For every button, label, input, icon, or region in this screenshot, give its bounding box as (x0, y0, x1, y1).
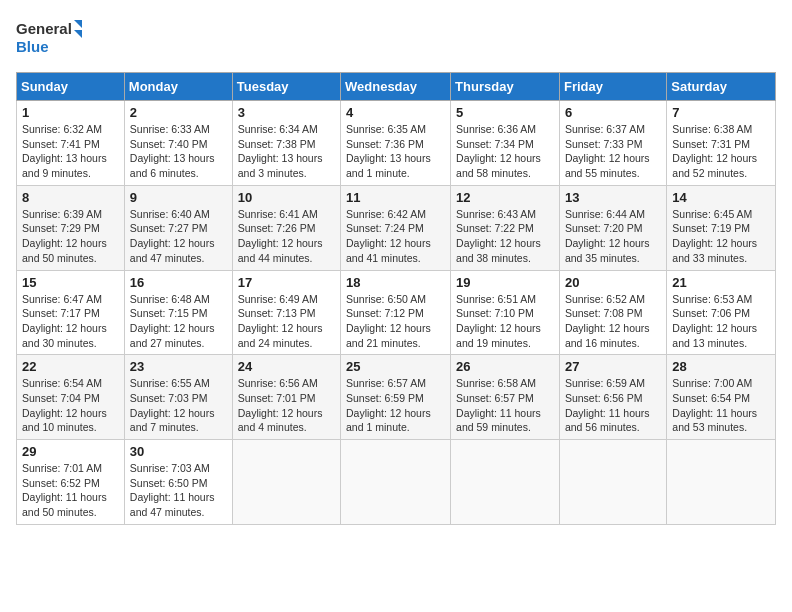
day-number: 23 (130, 359, 227, 374)
header-saturday: Saturday (667, 73, 776, 101)
calendar-table: SundayMondayTuesdayWednesdayThursdayFrid… (16, 72, 776, 525)
day-number: 29 (22, 444, 119, 459)
calendar-cell: 19Sunrise: 6:51 AM Sunset: 7:10 PM Dayli… (451, 270, 560, 355)
calendar-cell: 9Sunrise: 6:40 AM Sunset: 7:27 PM Daylig… (124, 185, 232, 270)
calendar-cell: 16Sunrise: 6:48 AM Sunset: 7:15 PM Dayli… (124, 270, 232, 355)
calendar-cell: 10Sunrise: 6:41 AM Sunset: 7:26 PM Dayli… (232, 185, 340, 270)
calendar-week-1: 1Sunrise: 6:32 AM Sunset: 7:41 PM Daylig… (17, 101, 776, 186)
calendar-week-5: 29Sunrise: 7:01 AM Sunset: 6:52 PM Dayli… (17, 440, 776, 525)
calendar-cell: 15Sunrise: 6:47 AM Sunset: 7:17 PM Dayli… (17, 270, 125, 355)
logo: General Blue (16, 16, 86, 60)
day-number: 26 (456, 359, 554, 374)
calendar-header-row: SundayMondayTuesdayWednesdayThursdayFrid… (17, 73, 776, 101)
calendar-cell: 26Sunrise: 6:58 AM Sunset: 6:57 PM Dayli… (451, 355, 560, 440)
calendar-cell: 14Sunrise: 6:45 AM Sunset: 7:19 PM Dayli… (667, 185, 776, 270)
day-number: 19 (456, 275, 554, 290)
day-detail: Sunrise: 6:33 AM Sunset: 7:40 PM Dayligh… (130, 122, 227, 181)
day-detail: Sunrise: 6:56 AM Sunset: 7:01 PM Dayligh… (238, 376, 335, 435)
day-detail: Sunrise: 6:44 AM Sunset: 7:20 PM Dayligh… (565, 207, 661, 266)
calendar-cell: 23Sunrise: 6:55 AM Sunset: 7:03 PM Dayli… (124, 355, 232, 440)
calendar-cell: 25Sunrise: 6:57 AM Sunset: 6:59 PM Dayli… (341, 355, 451, 440)
day-detail: Sunrise: 6:49 AM Sunset: 7:13 PM Dayligh… (238, 292, 335, 351)
day-number: 24 (238, 359, 335, 374)
day-number: 20 (565, 275, 661, 290)
day-detail: Sunrise: 6:32 AM Sunset: 7:41 PM Dayligh… (22, 122, 119, 181)
day-number: 13 (565, 190, 661, 205)
day-number: 28 (672, 359, 770, 374)
calendar-cell: 12Sunrise: 6:43 AM Sunset: 7:22 PM Dayli… (451, 185, 560, 270)
day-detail: Sunrise: 6:47 AM Sunset: 7:17 PM Dayligh… (22, 292, 119, 351)
header-wednesday: Wednesday (341, 73, 451, 101)
day-detail: Sunrise: 6:59 AM Sunset: 6:56 PM Dayligh… (565, 376, 661, 435)
day-number: 15 (22, 275, 119, 290)
day-number: 2 (130, 105, 227, 120)
calendar-cell: 1Sunrise: 6:32 AM Sunset: 7:41 PM Daylig… (17, 101, 125, 186)
day-detail: Sunrise: 6:52 AM Sunset: 7:08 PM Dayligh… (565, 292, 661, 351)
calendar-cell: 3Sunrise: 6:34 AM Sunset: 7:38 PM Daylig… (232, 101, 340, 186)
day-number: 17 (238, 275, 335, 290)
svg-marker-2 (74, 20, 82, 28)
day-detail: Sunrise: 6:37 AM Sunset: 7:33 PM Dayligh… (565, 122, 661, 181)
day-detail: Sunrise: 6:35 AM Sunset: 7:36 PM Dayligh… (346, 122, 445, 181)
calendar-cell: 28Sunrise: 7:00 AM Sunset: 6:54 PM Dayli… (667, 355, 776, 440)
day-number: 22 (22, 359, 119, 374)
day-detail: Sunrise: 6:36 AM Sunset: 7:34 PM Dayligh… (456, 122, 554, 181)
day-number: 1 (22, 105, 119, 120)
day-detail: Sunrise: 6:53 AM Sunset: 7:06 PM Dayligh… (672, 292, 770, 351)
day-detail: Sunrise: 6:48 AM Sunset: 7:15 PM Dayligh… (130, 292, 227, 351)
day-detail: Sunrise: 6:41 AM Sunset: 7:26 PM Dayligh… (238, 207, 335, 266)
day-number: 10 (238, 190, 335, 205)
page-header: General Blue (16, 16, 776, 60)
day-detail: Sunrise: 6:43 AM Sunset: 7:22 PM Dayligh… (456, 207, 554, 266)
calendar-cell: 24Sunrise: 6:56 AM Sunset: 7:01 PM Dayli… (232, 355, 340, 440)
day-detail: Sunrise: 6:39 AM Sunset: 7:29 PM Dayligh… (22, 207, 119, 266)
day-number: 18 (346, 275, 445, 290)
svg-marker-3 (74, 30, 82, 38)
day-detail: Sunrise: 6:58 AM Sunset: 6:57 PM Dayligh… (456, 376, 554, 435)
logo-svg: General Blue (16, 16, 86, 60)
day-detail: Sunrise: 6:57 AM Sunset: 6:59 PM Dayligh… (346, 376, 445, 435)
day-number: 27 (565, 359, 661, 374)
day-number: 12 (456, 190, 554, 205)
day-detail: Sunrise: 6:51 AM Sunset: 7:10 PM Dayligh… (456, 292, 554, 351)
calendar-cell: 4Sunrise: 6:35 AM Sunset: 7:36 PM Daylig… (341, 101, 451, 186)
calendar-cell: 30Sunrise: 7:03 AM Sunset: 6:50 PM Dayli… (124, 440, 232, 525)
header-monday: Monday (124, 73, 232, 101)
calendar-cell: 8Sunrise: 6:39 AM Sunset: 7:29 PM Daylig… (17, 185, 125, 270)
day-detail: Sunrise: 6:50 AM Sunset: 7:12 PM Dayligh… (346, 292, 445, 351)
day-number: 8 (22, 190, 119, 205)
calendar-cell: 27Sunrise: 6:59 AM Sunset: 6:56 PM Dayli… (559, 355, 666, 440)
calendar-cell: 29Sunrise: 7:01 AM Sunset: 6:52 PM Dayli… (17, 440, 125, 525)
day-number: 21 (672, 275, 770, 290)
day-detail: Sunrise: 7:03 AM Sunset: 6:50 PM Dayligh… (130, 461, 227, 520)
day-number: 14 (672, 190, 770, 205)
calendar-cell (559, 440, 666, 525)
day-detail: Sunrise: 6:45 AM Sunset: 7:19 PM Dayligh… (672, 207, 770, 266)
calendar-cell: 5Sunrise: 6:36 AM Sunset: 7:34 PM Daylig… (451, 101, 560, 186)
calendar-week-3: 15Sunrise: 6:47 AM Sunset: 7:17 PM Dayli… (17, 270, 776, 355)
calendar-cell (341, 440, 451, 525)
day-detail: Sunrise: 7:01 AM Sunset: 6:52 PM Dayligh… (22, 461, 119, 520)
calendar-cell (451, 440, 560, 525)
day-number: 3 (238, 105, 335, 120)
header-tuesday: Tuesday (232, 73, 340, 101)
day-detail: Sunrise: 6:38 AM Sunset: 7:31 PM Dayligh… (672, 122, 770, 181)
calendar-cell: 13Sunrise: 6:44 AM Sunset: 7:20 PM Dayli… (559, 185, 666, 270)
calendar-cell: 7Sunrise: 6:38 AM Sunset: 7:31 PM Daylig… (667, 101, 776, 186)
svg-text:Blue: Blue (16, 38, 49, 55)
day-detail: Sunrise: 6:42 AM Sunset: 7:24 PM Dayligh… (346, 207, 445, 266)
calendar-cell (232, 440, 340, 525)
calendar-cell: 17Sunrise: 6:49 AM Sunset: 7:13 PM Dayli… (232, 270, 340, 355)
header-sunday: Sunday (17, 73, 125, 101)
day-detail: Sunrise: 6:40 AM Sunset: 7:27 PM Dayligh… (130, 207, 227, 266)
day-number: 6 (565, 105, 661, 120)
day-detail: Sunrise: 6:54 AM Sunset: 7:04 PM Dayligh… (22, 376, 119, 435)
calendar-cell: 20Sunrise: 6:52 AM Sunset: 7:08 PM Dayli… (559, 270, 666, 355)
day-detail: Sunrise: 6:34 AM Sunset: 7:38 PM Dayligh… (238, 122, 335, 181)
calendar-cell: 6Sunrise: 6:37 AM Sunset: 7:33 PM Daylig… (559, 101, 666, 186)
header-thursday: Thursday (451, 73, 560, 101)
calendar-cell: 22Sunrise: 6:54 AM Sunset: 7:04 PM Dayli… (17, 355, 125, 440)
day-number: 4 (346, 105, 445, 120)
day-number: 9 (130, 190, 227, 205)
calendar-cell: 11Sunrise: 6:42 AM Sunset: 7:24 PM Dayli… (341, 185, 451, 270)
